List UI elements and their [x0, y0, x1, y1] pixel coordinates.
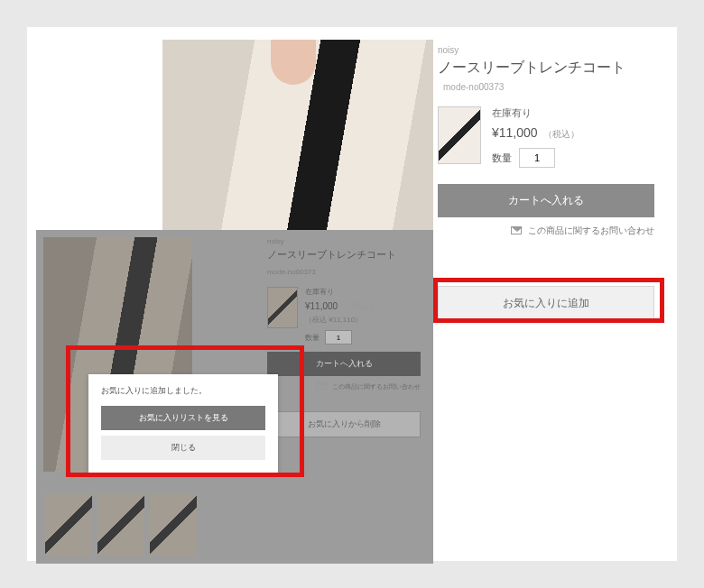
close-modal-button[interactable]: 閉じる: [101, 436, 265, 460]
favorites-added-modal: お気に入りに追加しました。 お気に入りリストを見る 閉じる: [88, 374, 278, 473]
product-page: noisy ノースリーブトレンチコート mode-no00373 在庫有り ¥1…: [27, 27, 677, 561]
overlay-variant-thumbnail: [267, 287, 298, 328]
overlay-remove-favorite: お気に入りから削除: [267, 411, 421, 437]
overlay-screenshot: noisy ノースリーブトレンチコート mode-no00373 在庫有り ¥1…: [36, 230, 433, 564]
overlay-mail-icon: [316, 381, 327, 390]
view-favorites-button[interactable]: お気に入りリストを見る: [101, 406, 265, 430]
overlay-price: ¥11,000: [305, 301, 338, 311]
overlay-title: ノースリーブトレンチコート: [267, 249, 396, 260]
overlay-stock-status: 在庫有り: [305, 287, 378, 297]
mail-icon: [511, 226, 522, 234]
product-title: ノースリーブトレンチコート: [438, 60, 625, 75]
add-to-cart-button[interactable]: カートへ入れる: [438, 184, 654, 217]
overlay-qty-label: 数量: [305, 333, 320, 343]
overlay-thumb: [150, 493, 197, 556]
overlay-brand: noisy: [267, 237, 421, 245]
modal-message: お気に入りに追加しました。: [101, 385, 265, 397]
overlay-details-panel: noisy ノースリーブトレンチコート mode-no00373 在庫有り ¥1…: [267, 237, 421, 437]
contact-link[interactable]: この商品に関するお問い合わせ: [528, 225, 654, 235]
product-sku: mode-no00373: [443, 82, 504, 92]
add-to-favorites-button[interactable]: お気に入りに追加: [438, 286, 654, 321]
quantity-label: 数量: [492, 152, 512, 165]
brand-label: noisy: [438, 45, 654, 55]
overlay-thumbnail-strip: [45, 493, 197, 556]
overlay-sku: mode-no00373: [267, 268, 316, 276]
overlay-tax-label: （税込）: [342, 301, 378, 311]
tax-label: （税込）: [543, 129, 579, 139]
overlay-qty-input: [325, 330, 352, 345]
stock-status: 在庫有り: [492, 106, 579, 120]
quantity-input[interactable]: [519, 148, 555, 168]
overlay-thumb: [45, 493, 92, 556]
overlay-thumb: [97, 493, 144, 556]
overlay-add-to-cart: カートへ入れる: [267, 352, 421, 376]
overlay-contact: この商品に関するお問い合わせ: [332, 383, 421, 390]
price-value: ¥11,000: [492, 125, 538, 140]
variant-thumbnail[interactable]: [438, 106, 481, 164]
overlay-tax-incl: （税込 ¥11,110）: [305, 315, 378, 325]
product-details-panel: noisy ノースリーブトレンチコート mode-no00373 在庫有り ¥1…: [438, 45, 654, 321]
